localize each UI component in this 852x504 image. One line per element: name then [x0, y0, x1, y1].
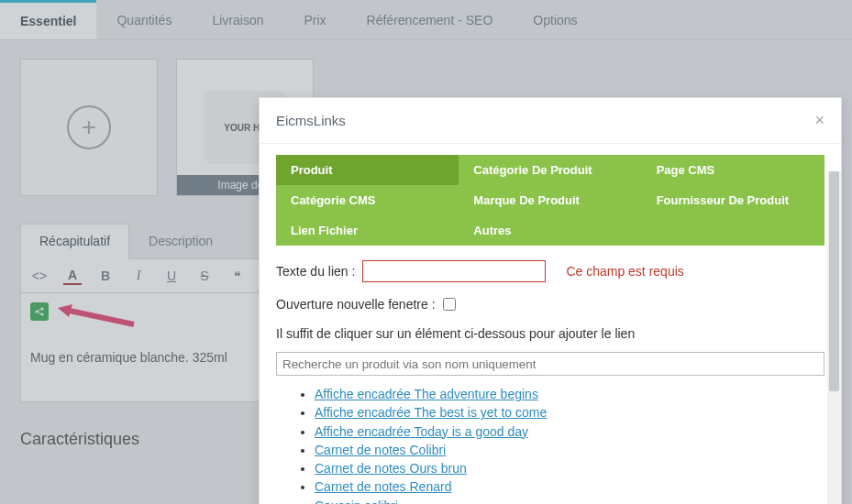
link-text-input[interactable]: [362, 260, 546, 282]
list-item[interactable]: Carnet de notes Colibri: [315, 441, 824, 459]
link-text-label: Texte du lien :: [276, 264, 355, 279]
gtab-categorie-cms[interactable]: Catégorie CMS: [276, 185, 459, 215]
gtab-categorie-produit[interactable]: Catégorie De Produit: [459, 155, 641, 185]
product-link-list: Affiche encadrée The adventure begins Af…: [315, 385, 824, 504]
list-item[interactable]: Affiche encadrée Today is a good day: [315, 422, 824, 441]
instruction-text: Il suffit de cliquer sur un élément ci-d…: [276, 326, 824, 341]
close-icon[interactable]: ×: [814, 111, 824, 130]
list-item[interactable]: Affiche encadrée The best is yet to come: [315, 403, 824, 422]
link-type-tabs: Produit Catégorie De Produit Page CMS Ca…: [276, 155, 824, 246]
list-item[interactable]: Carnet de notes Renard: [315, 477, 824, 496]
list-item[interactable]: Carnet de notes Ours brun: [315, 459, 824, 477]
product-search-input[interactable]: [276, 352, 824, 376]
gtab-lien-fichier[interactable]: Lien Fichier: [276, 215, 459, 246]
modal-title: EicmsLinks: [276, 113, 346, 128]
modal-scrollbar[interactable]: [827, 171, 841, 504]
new-window-label: Ouverture nouvelle fenetre :: [276, 297, 436, 312]
new-window-checkbox[interactable]: [443, 298, 456, 311]
eicmslinks-modal: EicmsLinks × Produit Catégorie De Produi…: [259, 97, 842, 504]
gtab-fournisseur[interactable]: Fournisseur De Produit: [642, 185, 824, 215]
list-item[interactable]: Affiche encadrée The adventure begins: [315, 385, 824, 403]
gtab-autres[interactable]: Autres: [459, 215, 641, 246]
gtab-page-cms[interactable]: Page CMS: [642, 155, 824, 185]
gtab-marque-produit[interactable]: Marque De Produit: [459, 185, 641, 215]
list-item[interactable]: Coussin colibri: [315, 497, 824, 504]
link-text-error: Ce champ est requis: [566, 264, 683, 279]
gtab-produit[interactable]: Produit: [276, 155, 459, 185]
